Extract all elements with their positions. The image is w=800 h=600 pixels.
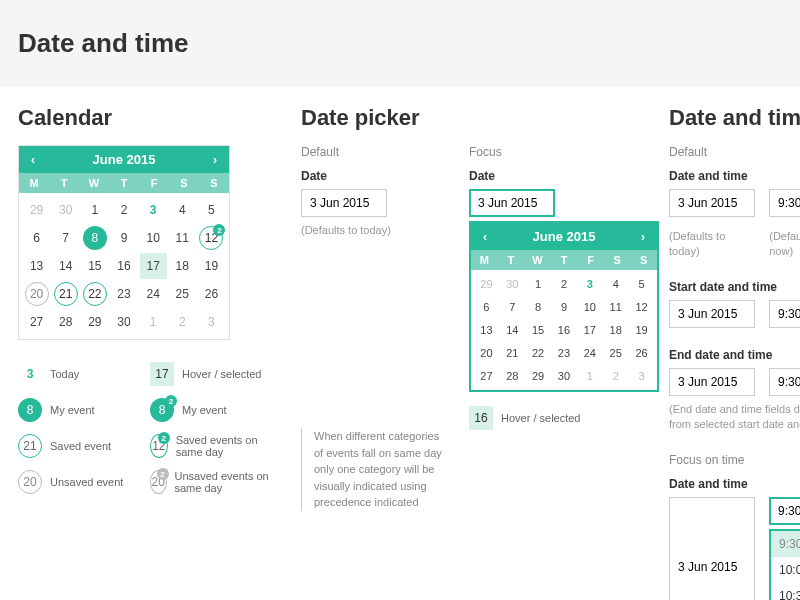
calendar-day[interactable]: 14 (500, 319, 525, 341)
calendar-day[interactable]: 2 (169, 309, 196, 335)
calendar-day[interactable]: 7 (500, 296, 525, 318)
calendar-header: ‹ June 2015 › (19, 146, 229, 173)
calendar-day[interactable]: 2 (110, 197, 137, 223)
calendar-day[interactable]: 2 (552, 273, 577, 295)
calendar-day[interactable]: 30 (110, 309, 137, 335)
calendar-day[interactable]: 1 (526, 273, 551, 295)
time-option[interactable]: 10:30am (771, 583, 800, 600)
calendar-day[interactable]: 30 (52, 197, 79, 223)
calendar-day[interactable]: 10 (577, 296, 602, 318)
calendar-heading: Calendar (18, 105, 273, 131)
calendar-day[interactable]: 13 (23, 253, 50, 279)
date-label: Date (469, 169, 619, 183)
time-input[interactable] (769, 189, 800, 217)
calendar-day-unsaved[interactable]: 20 (25, 282, 49, 306)
calendar-widget: ‹ June 2015 › MTWTFSS 29 30 1 2 3 4 5 6 … (18, 145, 230, 340)
calendar-day[interactable]: 25 (169, 281, 196, 307)
calendar-day[interactable]: 6 (23, 225, 50, 251)
end-time-input[interactable] (769, 368, 800, 396)
calendar-day[interactable]: 11 (169, 225, 196, 251)
calendar-month-label: June 2015 (93, 152, 156, 167)
calendar-day[interactable]: 28 (500, 365, 525, 387)
time-option[interactable]: 10:00am (771, 557, 800, 583)
calendar-day[interactable]: 6 (474, 296, 499, 318)
calendar-day[interactable]: 15 (81, 253, 108, 279)
time-hint: (Defaults to now) (769, 229, 800, 260)
dt-label: Date and time (669, 169, 800, 183)
calendar-day[interactable]: 23 (110, 281, 137, 307)
calendar-day[interactable]: 23 (552, 342, 577, 364)
calendar-day-saved[interactable]: 21 (54, 282, 78, 306)
calendar-day[interactable]: 13 (474, 319, 499, 341)
calendar-day[interactable]: 21 (500, 342, 525, 364)
calendar-day-saved[interactable]: 122 (199, 226, 223, 250)
calendar-day[interactable]: 19 (629, 319, 654, 341)
calendar-day[interactable]: 10 (140, 225, 167, 251)
calendar-day[interactable]: 29 (474, 273, 499, 295)
legend-hover-small: 16 Hover / selected (469, 406, 619, 430)
calendar-day[interactable]: 26 (629, 342, 654, 364)
calendar-day[interactable]: 5 (629, 273, 654, 295)
calendar-day[interactable]: 29 (23, 197, 50, 223)
start-date-input[interactable] (669, 300, 755, 328)
calendar-day[interactable]: 28 (52, 309, 79, 335)
time-input-focus[interactable] (769, 497, 800, 525)
calendar-day[interactable]: 19 (198, 253, 225, 279)
calendar-day[interactable]: 2 (603, 365, 628, 387)
calendar-day[interactable]: 4 (603, 273, 628, 295)
calendar-day-myevent[interactable]: 8 (83, 226, 107, 250)
start-time-input[interactable] (769, 300, 800, 328)
calendar-day[interactable]: 18 (169, 253, 196, 279)
calendar-day[interactable]: 16 (110, 253, 137, 279)
calendar-day[interactable]: 9 (110, 225, 137, 251)
next-month-icon[interactable]: › (637, 230, 649, 244)
calendar-day[interactable]: 26 (198, 281, 225, 307)
end-hint: (End date and time fields default to fro… (669, 402, 800, 433)
date-input-default[interactable] (301, 189, 387, 217)
calendar-day[interactable]: 16 (552, 319, 577, 341)
calendar-day[interactable]: 7 (52, 225, 79, 251)
calendar-day-saved[interactable]: 22 (83, 282, 107, 306)
calendar-day[interactable]: 14 (52, 253, 79, 279)
calendar-day[interactable]: 29 (81, 309, 108, 335)
calendar-day[interactable]: 9 (552, 296, 577, 318)
calendar-day[interactable]: 22 (526, 342, 551, 364)
calendar-day[interactable]: 18 (603, 319, 628, 341)
calendar-day-today[interactable]: 3 (577, 273, 602, 295)
focus-sublabel: Focus (469, 145, 619, 159)
calendar-day-today[interactable]: 3 (140, 197, 167, 223)
calendar-day[interactable]: 30 (552, 365, 577, 387)
calendar-day[interactable]: 4 (169, 197, 196, 223)
calendar-day[interactable]: 3 (198, 309, 225, 335)
calendar-day[interactable]: 24 (140, 281, 167, 307)
calendar-day[interactable]: 27 (474, 365, 499, 387)
calendar-day[interactable]: 30 (500, 273, 525, 295)
calendar-day[interactable]: 12 (629, 296, 654, 318)
calendar-day[interactable]: 3 (629, 365, 654, 387)
date-input[interactable] (669, 497, 755, 600)
prev-month-icon[interactable]: ‹ (479, 230, 491, 244)
calendar-day[interactable]: 27 (23, 309, 50, 335)
calendar-day[interactable]: 20 (474, 342, 499, 364)
calendar-day[interactable]: 1 (140, 309, 167, 335)
legend-myevent-multi: 82 My event (150, 398, 270, 422)
calendar-day[interactable]: 15 (526, 319, 551, 341)
calendar-day[interactable]: 17 (577, 319, 602, 341)
date-input[interactable] (669, 189, 755, 217)
time-option[interactable]: 9:30am (771, 531, 800, 557)
calendar-day[interactable]: 24 (577, 342, 602, 364)
calendar-dow-row: MTWTFSS (19, 173, 229, 193)
calendar-day[interactable]: 11 (603, 296, 628, 318)
date-input-focus[interactable] (469, 189, 555, 217)
calendar-day[interactable]: 25 (603, 342, 628, 364)
calendar-day[interactable]: 8 (526, 296, 551, 318)
calendar-day[interactable]: 1 (81, 197, 108, 223)
end-label: End date and time (669, 348, 800, 362)
calendar-day[interactable]: 29 (526, 365, 551, 387)
next-month-icon[interactable]: › (209, 153, 221, 167)
prev-month-icon[interactable]: ‹ (27, 153, 39, 167)
calendar-day[interactable]: 5 (198, 197, 225, 223)
end-date-input[interactable] (669, 368, 755, 396)
calendar-day[interactable]: 1 (577, 365, 602, 387)
calendar-day-hover[interactable]: 17 (140, 253, 167, 279)
